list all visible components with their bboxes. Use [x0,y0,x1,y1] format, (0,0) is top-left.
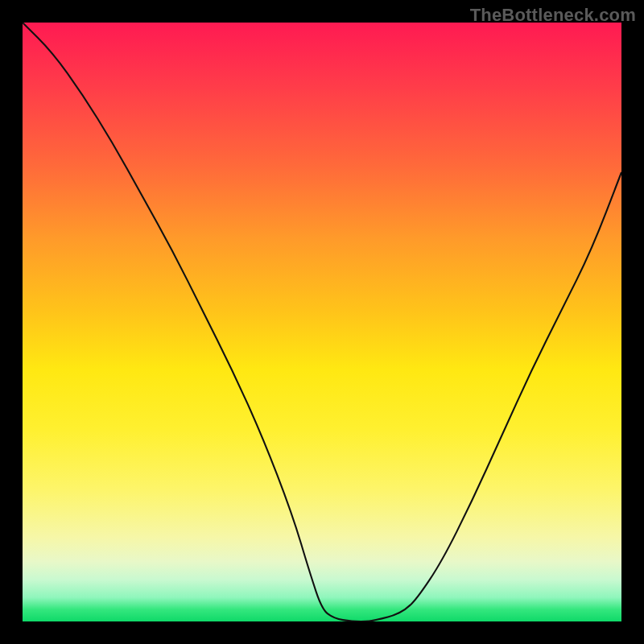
bottleneck-curve [23,23,621,621]
plot-area [23,23,621,621]
chart-frame: TheBottleneck.com [0,0,644,644]
